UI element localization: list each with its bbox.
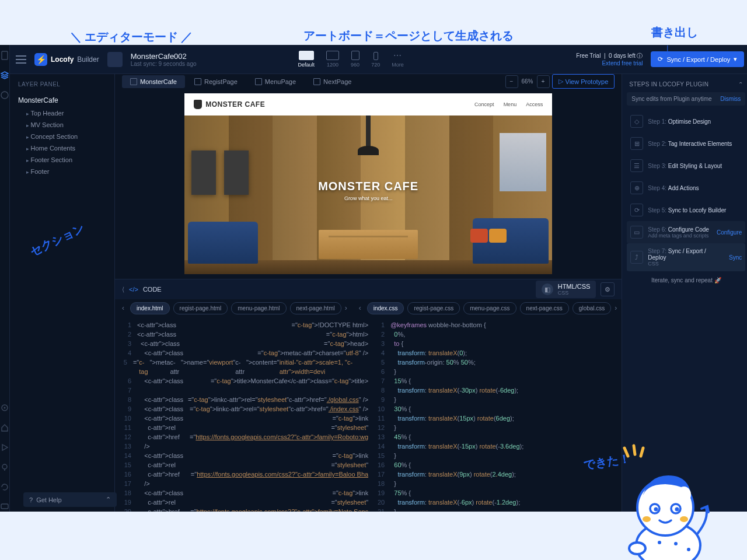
refresh-icon[interactable] [0, 482, 9, 492]
viewport-960[interactable]: 960 [351, 51, 359, 68]
viewport-more[interactable]: ⋯More [392, 51, 404, 68]
bulb-icon[interactable] [0, 463, 9, 472]
app-shell: ⚡ LocofyBuilder MonsterCafe002 Last sync… [0, 45, 747, 512]
layers-icon[interactable] [0, 71, 9, 80]
file-tab[interactable]: regist-page.html [173, 302, 228, 314]
svg-point-13 [675, 508, 679, 512]
cafe-logo: MONSTER CAFE [194, 100, 265, 109]
canvas[interactable]: MONSTER CAFE ConceptMenuAccess [115, 89, 622, 279]
step-icon: ⊕ [630, 181, 643, 194]
editors: 1<c-attr">class="c-tag">!DOCTYPE html>2<… [115, 317, 622, 512]
layer-item[interactable]: Concept Section [10, 131, 114, 142]
step-icon: ⟳ [630, 204, 643, 216]
scroll-left-icon[interactable]: ‹ [120, 304, 127, 312]
layer-item[interactable]: Home Contents [10, 142, 114, 154]
annotation-editor-mode: ＼ エディターモード ／ [70, 29, 193, 45]
menu-icon[interactable] [16, 55, 26, 64]
file-tab[interactable]: menu-page.css [463, 302, 516, 314]
code-tag-icon: </> [129, 286, 138, 293]
steps-footer: Iterate, sync and repeat 🚀 [627, 271, 745, 289]
step-item[interactable]: ☰Step 3: Edit Styling & Layout [627, 155, 745, 177]
page-tab[interactable]: MenuPage [247, 75, 304, 88]
viewport-1200[interactable]: 1200 [326, 51, 339, 68]
step-item[interactable]: ⊞Step 2: Tag Interactive Elements [627, 132, 745, 155]
zoom-in-icon[interactable]: + [537, 75, 550, 88]
layer-item[interactable]: Footer Section [10, 154, 114, 166]
step-item[interactable]: ⟳Step 5: Sync to Locofy Builder [627, 199, 745, 221]
viewport-720[interactable]: 720 [371, 52, 380, 68]
table-decor [319, 230, 418, 259]
step-item[interactable]: ▭Step 6: Configure CodeAdd meta tags and… [627, 221, 745, 243]
file-tab[interactable]: regist-page.css [407, 302, 460, 314]
step-action-link[interactable]: Configure [717, 229, 742, 236]
step-icon: ⊞ [630, 137, 643, 150]
icon-rail [0, 45, 10, 512]
hero-image: MONSTER CAFE Grow what you eat... [184, 116, 552, 274]
sync-export-deploy-button[interactable]: ⟳ Sync / Export / Deploy ▾ [651, 51, 744, 67]
mascot-illustration [601, 443, 724, 560]
css-editor[interactable]: 1@keyframes wobble-hor-bottom {2 0%,3 to… [368, 317, 622, 512]
file-tab[interactable]: index.html [130, 302, 170, 314]
layer-item[interactable]: Top Header [10, 107, 114, 119]
project-thumb[interactable] [107, 52, 123, 67]
step-item[interactable]: ⤴Step 7: Sync / Export / DeployCSSSync [627, 243, 745, 271]
language-selector[interactable]: ◧ HTML/CSS CSS [536, 281, 596, 298]
step-item[interactable]: ⊕Step 4: Add Actions [627, 177, 745, 199]
view-prototype-button[interactable]: ▷ View Prototype [552, 74, 615, 89]
page-tab[interactable]: RegistPage [186, 75, 246, 88]
file-tab[interactable]: index.css [367, 302, 404, 314]
svg-point-16 [629, 542, 645, 554]
svg-point-15 [680, 516, 688, 522]
step-icon: ⤴ [630, 251, 643, 264]
file-icon[interactable] [0, 51, 9, 60]
layer-root[interactable]: MonsterCafe [10, 93, 114, 107]
scroll-left-icon[interactable]: ‹ [357, 304, 364, 312]
layer-item[interactable]: Footer [10, 166, 114, 177]
collapse-icon[interactable]: ⟨ [122, 286, 124, 293]
html-file-tabs: ‹ index.htmlregist-page.htmlmenu-page.ht… [115, 299, 352, 317]
sofa-decor [188, 222, 258, 264]
viewport-default[interactable]: Default [298, 51, 315, 68]
code-panel: ⟨ </> CODE ◧ HTML/CSS CSS ⚙ [115, 279, 622, 512]
main-column: ⚡ LocofyBuilder MonsterCafe002 Last sync… [10, 45, 747, 512]
css-file-tabs: ‹ index.cssregist-page.cssmenu-page.cssn… [352, 299, 622, 317]
html-icon: ◧ [542, 284, 553, 295]
collapse-icon[interactable]: ⌃ [738, 81, 743, 88]
zoom-out-icon[interactable]: − [505, 75, 518, 88]
page-tab[interactable]: NextPage [305, 75, 359, 88]
nav-link[interactable]: Concept [474, 102, 494, 107]
play-icon[interactable] [0, 443, 9, 452]
chat-icon[interactable] [0, 502, 9, 512]
get-help-button[interactable]: ? Get Help ⌃ [23, 492, 117, 507]
svg-point-9 [677, 487, 691, 503]
layer-item[interactable]: MV Section [10, 119, 114, 131]
step-item[interactable]: ◇Step 1: Optimise Design [627, 110, 745, 132]
nav-link[interactable]: Menu [504, 102, 517, 107]
file-tab[interactable]: global.css [573, 302, 611, 314]
project-subtitle: Last sync: 9 seconds ago [131, 61, 197, 67]
file-tab[interactable]: next-page.html [290, 302, 341, 314]
extend-trial-link[interactable]: Extend free trial [602, 60, 643, 66]
file-tab[interactable]: next-page.css [520, 302, 569, 314]
svg-point-1 [1, 92, 8, 99]
home-icon[interactable] [0, 423, 9, 432]
svg-point-4 [2, 464, 7, 469]
nav-link[interactable]: Access [526, 102, 543, 107]
step-icon: ☰ [630, 159, 643, 172]
scroll-right-icon[interactable]: › [345, 304, 347, 312]
github-icon[interactable] [0, 90, 9, 100]
file-tab[interactable]: menu-page.html [231, 302, 286, 314]
page-tab[interactable]: MonsterCafe [122, 75, 185, 88]
artboard[interactable]: MONSTER CAFE ConceptMenuAccess [184, 93, 552, 274]
code-settings-icon[interactable]: ⚙ [601, 282, 615, 296]
step-action-link[interactable]: Sync [729, 254, 742, 261]
artboard-header: MONSTER CAFE ConceptMenuAccess [184, 93, 552, 116]
code-header: ⟨ </> CODE ◧ HTML/CSS CSS ⚙ [115, 279, 622, 299]
dismiss-link[interactable]: Dismiss [720, 96, 741, 102]
settings-icon[interactable] [0, 403, 9, 412]
pillow-decor [470, 229, 488, 243]
scroll-right-icon[interactable]: › [615, 304, 617, 312]
play-icon: ▷ [558, 78, 563, 85]
app-logo: ⚡ LocofyBuilder [34, 53, 99, 66]
html-editor[interactable]: 1<c-attr">class="c-tag">!DOCTYPE html>2<… [115, 317, 368, 512]
